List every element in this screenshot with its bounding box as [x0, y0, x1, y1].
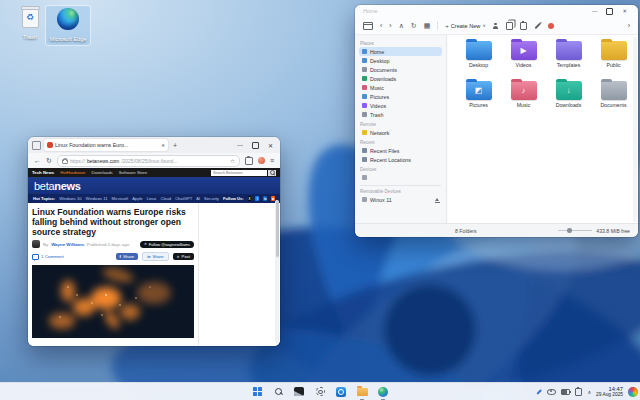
task-view-button[interactable] [293, 385, 306, 398]
site-search-input[interactable] [211, 170, 267, 176]
betanews-logo[interactable]: betanews [34, 180, 81, 192]
sidebar-item-documents[interactable]: Documents [359, 65, 442, 74]
zoom-slider[interactable] [558, 230, 592, 231]
tray-expand-icon[interactable]: ∧ [587, 389, 591, 395]
file-manager-scrollbar[interactable] [633, 37, 637, 222]
toolbar-overflow-icon[interactable] [628, 22, 630, 29]
x-post-button[interactable]: Post [173, 253, 194, 260]
sidebar-item-home[interactable]: Home [359, 47, 442, 56]
address-bar[interactable]: https:// betanews.com /2025/08/25/linux-… [57, 155, 240, 167]
close-icon[interactable] [622, 8, 627, 14]
linkedin-share-button[interactable]: Share [142, 252, 168, 261]
x-social-icon[interactable] [248, 196, 252, 201]
clipboard-tray-icon[interactable] [575, 388, 582, 396]
topbar-tech-news[interactable]: Tech News [32, 170, 54, 175]
sidebar-item-desktop[interactable]: Desktop [359, 56, 442, 65]
sidebar-item-downloads[interactable]: Downloads [359, 74, 442, 83]
sidebar-item-trash[interactable]: Trash [359, 110, 442, 119]
page-scrollbar[interactable] [275, 200, 279, 344]
menu-icon[interactable] [270, 157, 274, 164]
minimize-icon[interactable] [592, 8, 598, 14]
desktop-icon-edge[interactable]: Microsoft Edge [46, 6, 90, 45]
facebook-share-button[interactable]: Share [116, 253, 139, 260]
author-link[interactable]: Wayne Williams [51, 242, 84, 247]
bookmark-star-icon[interactable] [230, 158, 235, 164]
taskbar-clock[interactable]: 14:47 29 Aug 2025 [596, 386, 623, 398]
folder-templates[interactable]: Templates [546, 41, 591, 68]
topbar-hothardware[interactable]: HotHardware [60, 170, 85, 175]
topic-windows11[interactable]: Windows 11 [86, 196, 108, 201]
new-tab-icon[interactable] [173, 142, 177, 149]
zoom-slider-knob[interactable] [567, 228, 572, 233]
folder-music[interactable]: ♪Music [501, 81, 546, 108]
topic-ai[interactable]: AI [196, 196, 200, 201]
start-button[interactable] [251, 385, 264, 398]
delete-icon[interactable] [548, 23, 554, 29]
folder-downloads[interactable]: ↓Downloads [546, 81, 591, 108]
settings-button[interactable] [314, 385, 327, 398]
eject-icon[interactable] [435, 198, 439, 201]
minimize-icon[interactable] [237, 142, 243, 148]
folder-public[interactable]: Public [591, 41, 636, 68]
paste-icon[interactable] [520, 22, 527, 30]
maximize-icon[interactable] [606, 8, 613, 15]
rename-icon[interactable] [534, 22, 540, 28]
browser-titlebar[interactable]: Linux Foundation warns Euro... [28, 137, 280, 153]
file-explorer-button[interactable] [356, 385, 369, 398]
profile-avatar[interactable] [258, 157, 265, 164]
reload-icon[interactable] [46, 157, 52, 165]
copy-icon[interactable] [506, 22, 513, 30]
user-icon[interactable] [493, 23, 499, 29]
topic-windows10[interactable]: Windows 10 [59, 196, 81, 201]
sidebar-item-recent-files[interactable]: Recent Files [359, 146, 442, 155]
sidebar-item-winux11[interactable]: Winux 11 [359, 195, 442, 204]
tab-close-icon[interactable] [161, 143, 165, 148]
scrollbar-thumb[interactable] [276, 201, 279, 257]
maximize-icon[interactable] [252, 142, 259, 149]
sidebar-item-recent-locations[interactable]: Recent Locations [359, 155, 442, 164]
view-mode-icon[interactable] [424, 22, 431, 30]
create-new-button[interactable]: Create New [445, 23, 485, 29]
topic-cloud[interactable]: Cloud [160, 196, 171, 201]
browser-tab[interactable]: Linux Foundation warns Euro... [44, 139, 168, 151]
close-icon[interactable] [268, 142, 273, 149]
topic-security[interactable]: Security [204, 196, 219, 201]
topbar-software-store[interactable]: Software Store [119, 170, 147, 175]
site-search-button[interactable] [268, 170, 276, 176]
sidebar-item-music[interactable]: Music [359, 83, 442, 92]
file-manager-titlebar[interactable]: Home [355, 5, 638, 17]
topic-apple[interactable]: Apple [132, 196, 142, 201]
hamburger-menu-icon[interactable] [363, 22, 373, 30]
battery-tray-icon[interactable] [561, 389, 570, 395]
topic-linux[interactable]: Linux [147, 196, 157, 201]
extensions-icon[interactable] [245, 157, 253, 165]
sidebar-item-network[interactable]: Network [359, 128, 442, 137]
folder-pictures[interactable]: ◩Pictures [456, 81, 501, 108]
linkedin-social-icon[interactable] [263, 196, 267, 201]
topic-microsoft[interactable]: Microsoft [112, 196, 129, 201]
folder-desktop[interactable]: Desktop [456, 41, 501, 68]
sidebar-item-videos[interactable]: Videos [359, 101, 442, 110]
tab-overview-icon[interactable] [32, 141, 41, 150]
facebook-social-icon[interactable] [255, 196, 259, 201]
follow-author-button[interactable]: ✕Follow @waynewilliams [140, 241, 194, 248]
pen-tray-icon[interactable] [536, 391, 542, 393]
up-icon[interactable] [399, 22, 404, 30]
topbar-downloads[interactable]: Downloads [91, 170, 112, 175]
sidebar-item-pictures[interactable]: Pictures [359, 92, 442, 101]
sidebar-item-device[interactable] [359, 173, 442, 182]
comments-link[interactable]: 1 Comment [32, 254, 64, 260]
refresh-icon[interactable] [411, 22, 417, 30]
back-icon[interactable] [34, 157, 41, 164]
store-button[interactable] [335, 385, 348, 398]
back-icon[interactable] [380, 22, 382, 29]
home-icon [362, 49, 367, 54]
browser-button[interactable] [377, 385, 390, 398]
folder-videos[interactable]: ▶Videos [501, 41, 546, 68]
colorful-ball-icon[interactable] [628, 387, 638, 397]
forward-icon[interactable] [389, 22, 391, 29]
folder-documents[interactable]: Documents [591, 81, 636, 108]
topic-chatgpt[interactable]: ChatGPT [175, 196, 192, 201]
eye-tray-icon[interactable] [547, 389, 556, 395]
taskbar-search-button[interactable] [272, 385, 285, 398]
